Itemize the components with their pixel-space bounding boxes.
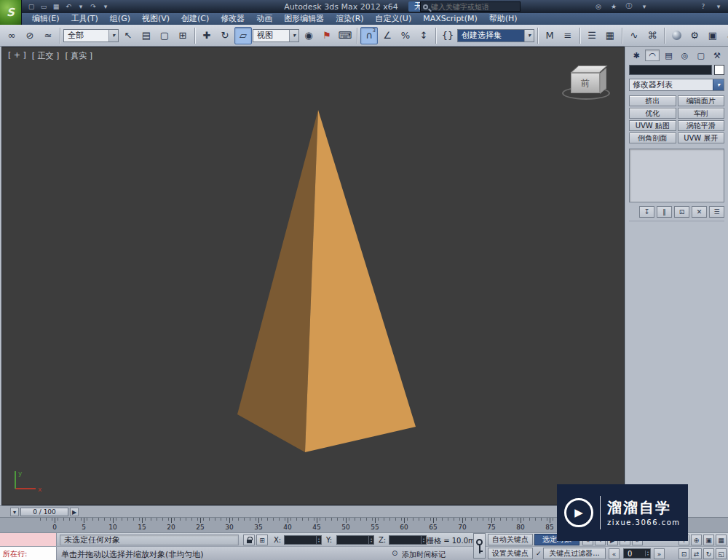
modifier-button-turbosmooth[interactable]: 涡轮平滑 — [678, 120, 725, 131]
search-input[interactable] — [431, 3, 518, 11]
menu-modifiers[interactable]: 修改器 — [215, 13, 250, 25]
render-setup-icon[interactable]: ⚙ — [686, 27, 703, 44]
application-menu-button[interactable]: S — [0, 0, 22, 25]
auto-key-button[interactable]: 自动关键点 — [488, 534, 533, 545]
viewport-canvas[interactable]: [ + ] [ 正交 ] [ 真实 ] 前 x y — [1, 47, 625, 505]
snap-toggle-3d-icon[interactable]: ∩3 — [360, 27, 378, 44]
zoom-extents-icon[interactable]: ▣ — [703, 535, 714, 545]
absolute-offset-mode-icon[interactable]: ⊞ — [256, 535, 268, 545]
select-and-scale-icon[interactable]: ▱ — [234, 27, 252, 44]
maximize-viewport-icon[interactable]: ◱ — [716, 548, 727, 559]
viewport-menu-general[interactable]: [ + ] — [8, 50, 26, 61]
window-crossing-icon[interactable]: ⊞ — [174, 27, 191, 44]
x-coord-field[interactable]: ▴▾ — [284, 535, 322, 545]
rendered-frame-window-icon[interactable]: ▣ — [704, 27, 721, 44]
curve-editor-icon[interactable]: ∿ — [625, 27, 643, 44]
orbit-icon[interactable]: ↻ — [703, 548, 714, 559]
select-and-manipulate-icon[interactable]: ⚑ — [318, 27, 336, 44]
object-name-input[interactable] — [629, 65, 712, 75]
infocenter-search[interactable] — [420, 1, 521, 12]
modifier-button-extrude[interactable]: 挤出 — [629, 95, 676, 106]
menu-tools[interactable]: 工具(T) — [66, 13, 104, 25]
set-key-button[interactable]: 设置关键点 — [488, 548, 533, 559]
viewcube[interactable]: 前 — [561, 63, 612, 106]
menu-edit[interactable]: 编辑(E) — [26, 13, 66, 25]
align-icon[interactable]: ≡ — [559, 27, 577, 44]
angle-snap-icon[interactable]: ∠ — [379, 27, 396, 44]
communication-center-icon[interactable]: ◎ — [593, 1, 604, 11]
menu-maxscript[interactable]: MAXScript(M) — [417, 13, 483, 25]
zoom-all-icon[interactable]: ⊕ — [691, 535, 702, 545]
pan-view-icon[interactable]: ⇄ — [691, 548, 702, 559]
pin-stack-icon[interactable]: ↧ — [639, 206, 654, 218]
save-file-icon[interactable]: ▦ — [51, 1, 61, 11]
next-key-icon[interactable]: » — [654, 548, 665, 559]
time-step-forward-icon[interactable]: ▶ — [70, 508, 79, 516]
modifier-list-dropdown[interactable]: 修改器列表 ▾ — [629, 79, 724, 91]
material-editor-icon[interactable] — [668, 27, 685, 44]
select-and-rotate-icon[interactable]: ↻ — [216, 27, 234, 44]
tab-utilities-icon[interactable]: ⚒ — [710, 50, 724, 61]
open-file-icon[interactable]: ▭ — [39, 1, 49, 11]
rectangular-selection-region-icon[interactable]: ▢ — [156, 27, 173, 44]
select-by-name-icon[interactable]: ▤ — [138, 27, 155, 44]
reference-coordinate-dropdown[interactable]: 视图 ▾ — [253, 29, 299, 42]
tab-create-icon[interactable]: ✱ — [629, 50, 644, 61]
remove-modifier-icon[interactable]: ✕ — [692, 206, 707, 218]
modifier-button-uvw-map[interactable]: UVW 贴图 — [629, 120, 676, 131]
modifier-button-unwrap-uvw[interactable]: UVW 展开 — [678, 133, 725, 143]
previous-key-icon[interactable]: « — [609, 548, 620, 559]
spinner-snap-icon[interactable]: ↕ — [415, 27, 432, 44]
modifier-button-optimize[interactable]: 优化 — [629, 108, 676, 119]
help-dropdown-icon[interactable]: ▾ — [713, 1, 724, 11]
menu-rendering[interactable]: 渲染(R) — [330, 13, 369, 25]
menu-animation[interactable]: 动画 — [250, 13, 278, 25]
viewport-menu-shading[interactable]: [ 真实 ] — [65, 50, 92, 61]
favorites-star-icon[interactable]: ★ — [609, 1, 619, 11]
selection-lock-icon[interactable] — [243, 535, 255, 545]
pyramid-object[interactable] — [2, 47, 624, 505]
show-end-result-icon[interactable]: ‖ — [657, 206, 672, 218]
redo-dropdown-icon[interactable]: ▾ — [100, 1, 111, 11]
menu-create[interactable]: 创建(C) — [175, 13, 215, 25]
tab-motion-icon[interactable]: ◎ — [678, 50, 692, 61]
mirror-icon[interactable]: M — [541, 27, 558, 44]
make-unique-icon[interactable]: ⊡ — [674, 206, 689, 218]
set-keys-key-button[interactable] — [473, 533, 486, 559]
unlink-selection-icon[interactable]: ⊘ — [21, 27, 39, 44]
current-frame-field[interactable]: 0 ▴▾ — [623, 548, 651, 559]
bind-to-spacewarp-icon[interactable]: ≈ — [39, 27, 57, 44]
infocenter-dropdown-icon[interactable]: ▾ — [639, 1, 649, 11]
viewcube-front-face[interactable]: 前 — [571, 73, 600, 93]
modifier-button-bevel-profile[interactable]: 倒角剖面 — [629, 133, 676, 143]
y-coord-field[interactable]: ▴▾ — [336, 535, 374, 545]
render-production-icon[interactable]: ♨ — [722, 27, 728, 44]
select-and-link-icon[interactable]: ∞ — [3, 27, 20, 44]
zoom-region-icon[interactable]: ⊡ — [678, 548, 689, 559]
new-scene-icon[interactable]: ▢ — [26, 1, 36, 11]
select-and-move-icon[interactable]: ✚ — [198, 27, 215, 44]
key-filters-button[interactable]: 关键点过滤器... — [543, 548, 606, 559]
use-center-icon[interactable]: ◉ — [300, 27, 317, 44]
z-coord-field[interactable]: ▴▾ — [389, 535, 427, 545]
modifier-button-lathe[interactable]: 车削 — [678, 108, 725, 119]
schematic-view-icon[interactable]: ⌘ — [644, 27, 661, 44]
zoom-extents-all-icon[interactable]: ▦ — [716, 535, 727, 545]
edit-named-selection-sets-icon[interactable]: {} — [439, 27, 456, 44]
maxscript-listener-cell[interactable]: 所在行: — [0, 547, 57, 560]
undo-dropdown-icon[interactable]: ▾ — [76, 1, 86, 11]
time-slider-track[interactable]: ▾ 0 / 100 ▶ — [0, 505, 625, 517]
add-time-tag-button[interactable]: 添加时间标记 — [402, 550, 446, 560]
modifier-button-edit-patch[interactable]: 编辑面片 — [678, 95, 725, 106]
menu-customize[interactable]: 自定义(U) — [370, 13, 418, 25]
tab-modify-icon[interactable]: ◠ — [645, 50, 660, 61]
viewport-menu-view[interactable]: [ 正交 ] — [32, 50, 60, 61]
tab-hierarchy-icon[interactable]: ▤ — [661, 50, 676, 61]
select-object-icon[interactable]: ↖ — [119, 27, 137, 44]
menu-graph-editors[interactable]: 图形编辑器 — [278, 13, 330, 25]
time-slider-button[interactable]: 0 / 100 — [20, 508, 68, 516]
configure-modifier-sets-icon[interactable]: ☰ — [709, 206, 724, 218]
maxscript-macro-recorder-cell[interactable] — [0, 533, 57, 547]
redo-icon[interactable]: ↷ — [88, 1, 98, 11]
menu-help[interactable]: 帮助(H) — [483, 13, 523, 25]
